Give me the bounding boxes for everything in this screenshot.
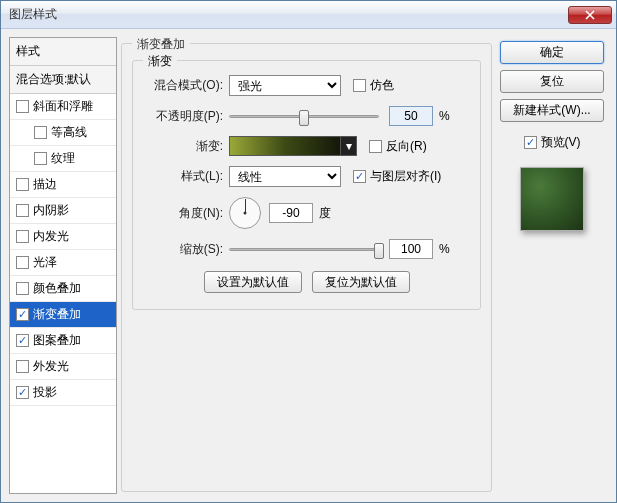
new-style-button[interactable]: 新建样式(W)... <box>500 99 604 122</box>
style-item-satin[interactable]: 光泽 <box>10 250 116 276</box>
styles-panel: 样式 混合选项:默认 斜面和浮雕 等高线 纹理 描边 内阴影 内发光 光泽 颜色… <box>9 37 117 494</box>
ok-button[interactable]: 确定 <box>500 41 604 64</box>
checkbox[interactable] <box>353 79 366 92</box>
angle-input[interactable] <box>269 203 313 223</box>
close-icon <box>585 10 595 20</box>
blend-mode-label: 混合模式(O): <box>145 77 229 94</box>
checkbox[interactable] <box>16 256 29 269</box>
style-item-outer-glow[interactable]: 外发光 <box>10 354 116 380</box>
gradient-group: 渐变 混合模式(O): 强光 仿色 不透明度(P): <box>132 60 481 310</box>
window-title: 图层样式 <box>9 6 568 23</box>
checkbox[interactable] <box>34 126 47 139</box>
opacity-label: 不透明度(P): <box>145 108 229 125</box>
preview-thumbnail <box>520 167 584 231</box>
checkbox[interactable] <box>353 170 366 183</box>
scale-input[interactable] <box>389 239 433 259</box>
opacity-row: 不透明度(P): % <box>145 106 468 126</box>
styles-header[interactable]: 样式 <box>10 38 116 66</box>
style-item-inner-shadow[interactable]: 内阴影 <box>10 198 116 224</box>
checkbox[interactable] <box>16 178 29 191</box>
scale-slider[interactable] <box>229 240 379 258</box>
set-default-button[interactable]: 设置为默认值 <box>204 271 302 293</box>
angle-row: 角度(N): 度 <box>145 197 468 229</box>
inner-title: 渐变 <box>143 53 177 70</box>
scale-unit: % <box>439 242 450 256</box>
checkbox[interactable] <box>16 334 29 347</box>
slider-thumb[interactable] <box>299 110 309 126</box>
close-button[interactable] <box>568 6 612 24</box>
checkbox[interactable] <box>16 282 29 295</box>
reverse-check[interactable]: 反向(R) <box>369 138 427 155</box>
main-panel: 渐变叠加 渐变 混合模式(O): 强光 仿色 不透明度(P): <box>121 37 492 494</box>
opacity-slider[interactable] <box>229 107 379 125</box>
checkbox[interactable] <box>16 100 29 113</box>
angle-label: 角度(N): <box>145 205 229 222</box>
style-item-color-overlay[interactable]: 颜色叠加 <box>10 276 116 302</box>
checkbox[interactable] <box>16 308 29 321</box>
scale-label: 缩放(S): <box>145 241 229 258</box>
style-row: 样式(L): 线性 与图层对齐(I) <box>145 166 468 187</box>
dither-check[interactable]: 仿色 <box>353 77 394 94</box>
gradient-swatch[interactable] <box>229 136 341 156</box>
group-title: 渐变叠加 <box>132 36 190 53</box>
opacity-input[interactable] <box>389 106 433 126</box>
blend-mode-row: 混合模式(O): 强光 仿色 <box>145 75 468 96</box>
style-item-gradient-overlay[interactable]: 渐变叠加 <box>10 302 116 328</box>
layer-style-dialog: 图层样式 样式 混合选项:默认 斜面和浮雕 等高线 纹理 描边 内阴影 内发光 … <box>0 0 617 503</box>
slider-thumb[interactable] <box>374 243 384 259</box>
checkbox[interactable] <box>369 140 382 153</box>
checkbox[interactable] <box>34 152 47 165</box>
right-panel: 确定 复位 新建样式(W)... 预览(V) <box>496 37 608 494</box>
blending-options-default[interactable]: 混合选项:默认 <box>10 66 116 94</box>
style-select[interactable]: 线性 <box>229 166 341 187</box>
checkbox[interactable] <box>16 204 29 217</box>
checkbox[interactable] <box>524 136 537 149</box>
opacity-unit: % <box>439 109 450 123</box>
angle-dial[interactable] <box>229 197 261 229</box>
style-item-contour[interactable]: 等高线 <box>10 120 116 146</box>
checkbox[interactable] <box>16 360 29 373</box>
scale-row: 缩放(S): % <box>145 239 468 259</box>
style-item-inner-glow[interactable]: 内发光 <box>10 224 116 250</box>
cancel-button[interactable]: 复位 <box>500 70 604 93</box>
checkbox[interactable] <box>16 230 29 243</box>
default-buttons-row: 设置为默认值 复位为默认值 <box>145 271 468 293</box>
gradient-overlay-group: 渐变叠加 渐变 混合模式(O): 强光 仿色 不透明度(P): <box>121 43 492 492</box>
style-label: 样式(L): <box>145 168 229 185</box>
reset-default-button[interactable]: 复位为默认值 <box>312 271 410 293</box>
titlebar: 图层样式 <box>1 1 616 29</box>
angle-unit: 度 <box>319 205 331 222</box>
gradient-dropdown-arrow[interactable]: ▾ <box>341 136 357 156</box>
gradient-label: 渐变: <box>145 138 229 155</box>
style-item-texture[interactable]: 纹理 <box>10 146 116 172</box>
style-item-bevel[interactable]: 斜面和浮雕 <box>10 94 116 120</box>
checkbox[interactable] <box>16 386 29 399</box>
style-item-stroke[interactable]: 描边 <box>10 172 116 198</box>
style-item-drop-shadow[interactable]: 投影 <box>10 380 116 406</box>
content-area: 样式 混合选项:默认 斜面和浮雕 等高线 纹理 描边 内阴影 内发光 光泽 颜色… <box>1 29 616 502</box>
style-item-pattern-overlay[interactable]: 图案叠加 <box>10 328 116 354</box>
preview-check[interactable]: 预览(V) <box>524 134 581 151</box>
gradient-row: 渐变: ▾ 反向(R) <box>145 136 468 156</box>
blend-mode-select[interactable]: 强光 <box>229 75 341 96</box>
align-check[interactable]: 与图层对齐(I) <box>353 168 441 185</box>
